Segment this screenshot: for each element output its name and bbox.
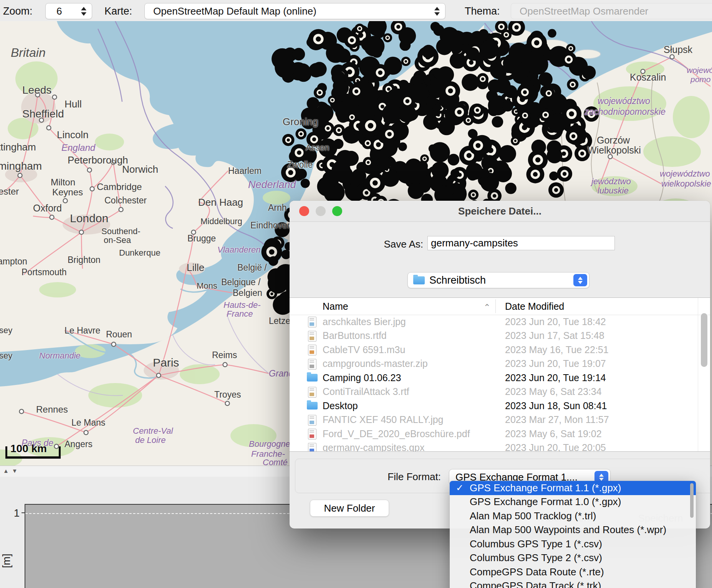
table-row[interactable]: germany-campsites.gpx 2023 Jun 20, Tue 2… — [290, 441, 710, 452]
map-label: Troyes — [214, 390, 241, 400]
map-label: Belgique / — [221, 277, 260, 287]
table-row[interactable]: FANTIC XEF 450 RALLY.jpg 2023 Mar 27, Mo… — [290, 413, 710, 427]
table-row[interactable]: Desktop 2023 Jun 18, Sun 08:41 — [290, 399, 710, 413]
select-arrows-icon[interactable] — [434, 7, 440, 16]
map-label: Cambridge — [97, 182, 142, 192]
select-arrows-icon[interactable] — [573, 274, 587, 286]
map-label: London — [70, 212, 108, 225]
map-label: mingham — [0, 160, 42, 172]
map-label: Belgien — [233, 288, 262, 298]
map-source-label: Karte: — [104, 5, 132, 17]
zoom-value: 6 — [46, 5, 62, 17]
map-label: Wielkopolski — [588, 145, 641, 156]
table-row[interactable]: CableTV 6591.m3u 2023 May 16, Tue 22:51 — [290, 343, 710, 357]
map-label: wielkopolskie — [661, 179, 711, 189]
save-file-dialog: Speichere Datei... Save As: Schreibtisch… — [290, 201, 710, 529]
map-label: Colchester — [104, 195, 147, 206]
table-row[interactable]: campgrounds-master.zip 2023 Jun 20, Tue … — [290, 357, 710, 371]
table-row[interactable]: Ford_V_DE_2020_eBroschüre.pdf 2023 May 6… — [290, 427, 710, 441]
map-label: Angers — [65, 439, 93, 449]
map-label: Keynes — [52, 187, 83, 198]
file-format-menu: ✓ GPS Exchange Format 1.1 (*.gpx) GPS Ex… — [450, 481, 696, 588]
menu-item[interactable]: Columbus GPS Type 1 (*.csv) — [450, 537, 696, 551]
zoom-label: Zoom: — [3, 5, 33, 17]
map-label: ttingham — [0, 141, 36, 153]
theme-select: OpenStreetMap Osmarender — [511, 3, 712, 19]
map-label: Peterborough — [68, 154, 128, 166]
map-label: Britain — [11, 46, 46, 60]
map-label: Haarlem — [228, 166, 262, 176]
splitter-collapse-icons[interactable]: ▲▼ — [3, 467, 21, 474]
map-label: Zwolle — [287, 160, 313, 170]
map-label: Middelburg — [200, 216, 242, 226]
menu-item[interactable]: CompeGPS Data Route (*.rte) — [450, 565, 696, 579]
new-folder-button[interactable]: New Folder — [310, 500, 389, 517]
map-label: on-Sea — [104, 235, 131, 245]
filename-input[interactable] — [427, 236, 615, 250]
map-label: Reims — [212, 350, 237, 360]
location-select[interactable]: Schreibtisch — [407, 272, 589, 288]
map-label: Arnh — [268, 203, 287, 213]
dialog-titlebar[interactable]: Speichere Datei... — [290, 201, 710, 222]
map-label: Mons — [197, 281, 217, 291]
map-label: Portsmouth — [22, 267, 67, 277]
map-label: województwo — [598, 96, 650, 106]
map-label: Le Havre — [65, 325, 100, 336]
menu-item[interactable]: Alan Map 500 Waypoints and Routes (*.wpr… — [450, 523, 696, 537]
column-divider[interactable] — [495, 299, 496, 313]
sort-ascending-icon: ⌃ — [483, 302, 490, 312]
map-label: Słupsk — [664, 44, 692, 55]
column-header-date[interactable]: Date Modified — [505, 301, 564, 312]
zoom-stepper[interactable]: 6 — [45, 3, 92, 19]
menu-item[interactable]: CompeGPS Data Track (*.trk) — [450, 579, 696, 588]
map-label: France — [227, 309, 253, 319]
list-scrollbar[interactable] — [701, 313, 707, 367]
stepper-arrows-icon[interactable] — [81, 7, 86, 16]
map-label: Sheffield — [22, 108, 64, 120]
map-label: Comté — [263, 458, 288, 466]
map-label: Eindhoven — [250, 220, 292, 231]
map-label: Centre-Val — [133, 426, 173, 436]
image-file-icon — [306, 316, 318, 327]
map-label: England — [61, 142, 95, 153]
map-label: Dunkerque — [119, 248, 161, 258]
save-as-label: Save As: — [290, 238, 423, 250]
gpx-file-icon — [306, 443, 318, 451]
y-axis-tick-label: 1 — [14, 507, 20, 519]
map-label: Norwich — [122, 164, 158, 175]
table-row[interactable]: arschkaltes Bier.jpg 2023 Jun 20, Tue 18… — [290, 315, 710, 329]
map-source-select[interactable]: OpenStreetMap Default Map (online) — [144, 3, 445, 19]
menu-item[interactable]: Columbus GPS Type 2 (*.csv) — [450, 551, 696, 565]
map-label: Leeds — [22, 84, 51, 96]
map-label: Rennes — [36, 404, 68, 415]
file-rows: arschkaltes Bier.jpg 2023 Jun 20, Tue 18… — [290, 315, 710, 451]
map-label: Brighton — [68, 255, 101, 265]
map-label: Milton — [51, 177, 75, 188]
theme-label: Thema: — [465, 5, 500, 17]
table-row[interactable]: Camping 01.06.23 2023 Jun 20, Tue 19:14 — [290, 371, 710, 385]
checkmark-icon: ✓ — [456, 482, 467, 493]
menu-scrollbar[interactable] — [690, 483, 694, 518]
rtfd-file-icon — [306, 330, 318, 341]
menu-item[interactable]: Alan Map 500 Tracklog (*.trl) — [450, 509, 696, 523]
image-file-icon — [306, 415, 318, 425]
table-row[interactable]: ContiTrailAttack 3.rtf 2023 May 6, Sat 2… — [290, 385, 710, 399]
map-label: Groning — [283, 116, 318, 128]
menu-item[interactable]: ✓ GPS Exchange Format 1.1 (*.gpx) — [450, 481, 696, 495]
column-header-name[interactable]: Name — [323, 301, 348, 312]
map-label: Lincoln — [57, 129, 88, 141]
menu-item[interactable]: GPS Exchange Format 1.0 (*.gpx) — [450, 495, 696, 509]
theme-value: OpenStreetMap Osmarender — [511, 5, 648, 17]
zip-file-icon — [306, 358, 318, 369]
map-label: België / — [237, 263, 267, 273]
map-label: sey — [0, 351, 12, 361]
map-label: Oxford — [33, 203, 62, 214]
map-label: Koszalin — [630, 72, 666, 83]
map-label: Normandie — [39, 351, 81, 361]
map-label: Lille — [187, 262, 204, 274]
rtf-file-icon — [306, 386, 318, 397]
map-label: pomo — [690, 75, 711, 84]
table-row[interactable]: BarButtons.rtfd 2023 Jun 17, Sat 15:48 — [290, 329, 710, 343]
map-label: Bourgogne- — [249, 439, 293, 449]
map-label: wojewó — [687, 66, 712, 75]
